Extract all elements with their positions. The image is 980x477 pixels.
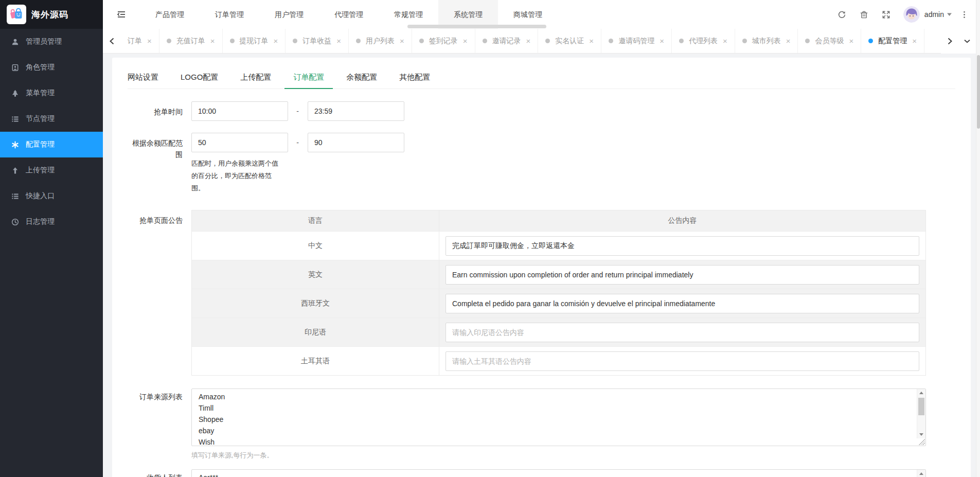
tab-close-icon[interactable]: × <box>912 37 917 45</box>
order-sources-label: 订单来源列表 <box>128 388 183 402</box>
fullscreen-icon[interactable] <box>875 0 897 29</box>
language-cell: 印尼语 <box>192 328 439 337</box>
announcement-input-en[interactable] <box>446 265 919 285</box>
sidebar-item-roles[interactable]: 角色管理 <box>0 55 103 80</box>
tree-icon <box>11 90 19 97</box>
tab-close-icon[interactable]: × <box>786 37 791 45</box>
scroll-up-icon[interactable] <box>917 389 925 397</box>
user-icon <box>11 38 19 46</box>
announcement-input-id[interactable] <box>446 323 919 342</box>
tab-close-icon[interactable]: × <box>400 37 404 45</box>
announcement-table-header: 语言 公告内容 <box>192 210 925 231</box>
tab-close-icon[interactable]: × <box>147 37 152 45</box>
brand-logo: 海外源码 <box>0 0 103 29</box>
tabs-scroll-right-icon[interactable] <box>941 38 958 45</box>
tab-close-icon[interactable]: × <box>849 37 853 45</box>
tab-other-config[interactable]: 其他配置 <box>399 66 430 89</box>
page-scrollbar-thumb[interactable] <box>977 55 980 129</box>
tab-withdraw-orders[interactable]: 提现订单 × <box>223 29 286 53</box>
sidebar-item-label: 配置管理 <box>26 140 55 149</box>
announcement-row: 抢单页面公告 语言 公告内容 中文 英文 西班牙文 印尼语 <box>128 210 955 376</box>
tab-balance-config[interactable]: 余额配置 <box>346 66 377 89</box>
column-header-content: 公告内容 <box>439 210 925 231</box>
announcement-input-es[interactable] <box>446 294 919 313</box>
topnav-products[interactable]: 产品管理 <box>140 0 200 29</box>
consignees-label: 收货人列表 <box>128 469 183 477</box>
consignees-textarea[interactable]: Aar*** <box>191 469 926 477</box>
tab-close-icon[interactable]: × <box>589 37 594 45</box>
sidebar-item-upload[interactable]: 上传管理 <box>0 157 103 183</box>
tab-recharge-orders[interactable]: 充值订单 × <box>159 29 223 53</box>
topnav-agents[interactable]: 代理管理 <box>319 0 379 29</box>
tab-upload-config[interactable]: 上传配置 <box>240 66 271 89</box>
tab-invite-codes[interactable]: 邀请码管理 × <box>601 29 672 53</box>
tab-dot-icon <box>419 39 424 43</box>
tab-agent-list[interactable]: 代理列表 × <box>672 29 735 53</box>
tab-user-list[interactable]: 用户列表 × <box>349 29 412 53</box>
caret-down-icon <box>947 13 952 16</box>
tabs-dropdown-icon[interactable] <box>958 39 976 44</box>
scrollbar-thumb[interactable] <box>918 398 924 415</box>
tab-close-icon[interactable]: × <box>274 37 278 45</box>
sidebar-item-menus[interactable]: 菜单管理 <box>0 80 103 106</box>
resize-grip[interactable] <box>919 439 925 445</box>
tab-order-config[interactable]: 订单配置 <box>293 66 324 89</box>
textarea-scrollbar[interactable] <box>917 470 925 477</box>
sidebar-item-logs[interactable]: 日志管理 <box>0 209 103 235</box>
scroll-up-icon[interactable] <box>917 470 925 477</box>
scroll-down-icon[interactable] <box>917 431 925 438</box>
tab-order[interactable]: 订单 × <box>120 29 159 53</box>
tab-close-icon[interactable]: × <box>660 37 664 45</box>
user-menu[interactable]: admin <box>924 10 952 19</box>
sidebar-item-label: 上传管理 <box>26 166 55 175</box>
sidebar-item-nodes[interactable]: 节点管理 <box>0 106 103 132</box>
tab-close-icon[interactable]: × <box>463 37 468 45</box>
clock-icon <box>11 218 19 226</box>
menu-fold-icon[interactable] <box>103 0 140 29</box>
balance-match-min-input[interactable] <box>191 133 288 152</box>
tab-identity-verify[interactable]: 实名认证 × <box>538 29 601 53</box>
tab-checkin-records[interactable]: 签到记录 × <box>412 29 475 53</box>
grab-time-start-input[interactable] <box>191 101 288 121</box>
sidebar-item-admin[interactable]: 管理员管理 <box>0 29 103 55</box>
config-asterisk-icon <box>11 141 19 149</box>
table-row: 西班牙文 <box>192 289 925 317</box>
tab-dot-icon <box>293 39 297 43</box>
refresh-icon[interactable] <box>831 0 853 29</box>
language-cell: 西班牙文 <box>192 299 439 308</box>
balance-match-max-input[interactable] <box>308 133 404 152</box>
trash-icon[interactable] <box>853 0 875 29</box>
grab-time-end-input[interactable] <box>308 101 404 121</box>
sidebar-item-config[interactable]: 配置管理 <box>0 132 103 157</box>
tab-close-icon[interactable]: × <box>723 37 727 45</box>
tab-dot-icon <box>742 39 747 43</box>
tab-order-earnings[interactable]: 订单收益 × <box>286 29 349 53</box>
tab-close-icon[interactable]: × <box>210 37 215 45</box>
announcement-input-zh[interactable] <box>446 236 919 256</box>
list-icon <box>11 115 19 123</box>
tab-config-management[interactable]: 配置管理 × <box>861 29 924 53</box>
user-avatar[interactable] <box>903 6 920 23</box>
tabs-scroll-left-icon[interactable] <box>103 29 120 53</box>
more-options-icon[interactable] <box>952 0 972 29</box>
sidebar-item-label: 节点管理 <box>26 114 55 123</box>
tab-close-icon[interactable]: × <box>336 37 341 45</box>
topnav-orders[interactable]: 订单管理 <box>200 0 259 29</box>
sidebar-item-label: 日志管理 <box>26 217 55 226</box>
page-scrollbar[interactable] <box>976 0 980 477</box>
order-sources-textarea[interactable]: Amazon Timll Shopee ebay Wish <box>191 388 926 446</box>
topnav-users[interactable]: 用户管理 <box>259 0 319 29</box>
id-badge-icon <box>11 64 19 72</box>
tabbar-horizontal-scrollbar-thumb[interactable] <box>407 25 546 28</box>
tab-city-list[interactable]: 城市列表 × <box>735 29 798 53</box>
tab-close-icon[interactable]: × <box>526 37 531 45</box>
tab-site-settings[interactable]: 网站设置 <box>128 66 158 89</box>
sidebar-item-shortcuts[interactable]: 快捷入口 <box>0 183 103 209</box>
balance-match-row: 根据余额匹配范围 - 匹配时，用户余额乘这两个值的百分比，即为匹配价格范围。 <box>128 133 955 195</box>
announcement-input-tr[interactable] <box>446 351 919 371</box>
tab-member-levels[interactable]: 会员等级 × <box>798 29 861 53</box>
tab-dot-icon <box>805 39 810 43</box>
textarea-scrollbar[interactable] <box>917 389 925 438</box>
tab-invite-records[interactable]: 邀请记录 × <box>475 29 539 53</box>
tab-logo-config[interactable]: LOGO配置 <box>181 66 218 89</box>
